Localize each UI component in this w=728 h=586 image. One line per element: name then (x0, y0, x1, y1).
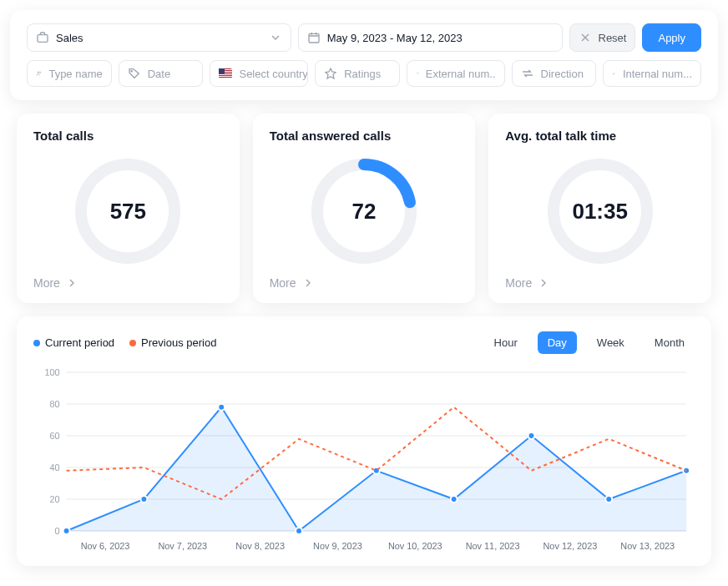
chevron-down-icon (269, 31, 282, 44)
svg-text:0: 0 (55, 526, 60, 536)
svg-text:40: 40 (50, 462, 60, 472)
swap-icon (521, 67, 534, 80)
apply-button[interactable]: Apply (642, 23, 701, 52)
filter-country-placeholder: Select country (239, 68, 307, 80)
svg-marker-5 (326, 68, 336, 78)
filter-date[interactable]: Date (119, 60, 204, 87)
svg-point-37 (605, 496, 612, 503)
chevron-right-icon (301, 276, 315, 290)
filter-name[interactable]: Type name (27, 60, 112, 87)
filter-internal-placeholder: Internal num... (623, 68, 692, 80)
svg-point-35 (451, 496, 458, 503)
toolbar: Sales May 9, 2023 - May 12, 2023 Reset A… (10, 10, 718, 100)
svg-point-30 (63, 528, 70, 534)
svg-point-32 (218, 404, 225, 411)
filter-internal[interactable]: Internal num... (603, 60, 701, 87)
svg-point-4 (131, 71, 132, 72)
more-label: More (270, 276, 296, 290)
card-title: Avg. total talk time (505, 129, 695, 143)
date-range-picker[interactable]: May 9, 2023 - May 12, 2023 (298, 23, 563, 52)
card-talk-time: Avg. total talk time 01:35 More (488, 114, 711, 303)
chart-header: Current period Previous period Hour Day … (33, 331, 695, 354)
svg-text:Nov 7, 2023: Nov 7, 2023 (158, 541, 207, 551)
date-range-label: May 9, 2023 - May 12, 2023 (327, 32, 463, 44)
legend-current: Current period (33, 336, 114, 349)
card-title: Total answered calls (270, 129, 459, 143)
apply-label: Apply (658, 32, 685, 44)
legend-previous: Previous period (129, 336, 216, 349)
toolbar-row-filters: Type name Date Select country Ratings Ex… (27, 60, 701, 87)
svg-text:100: 100 (45, 367, 60, 377)
legend-previous-label: Previous period (141, 336, 216, 349)
card-value: 01:35 (542, 153, 659, 270)
arrow-in-icon (612, 67, 616, 80)
svg-point-2 (38, 72, 39, 73)
legend: Current period Previous period (33, 336, 216, 349)
more-label: More (33, 276, 60, 290)
card-value: 575 (69, 153, 186, 270)
range-hour[interactable]: Hour (484, 331, 528, 354)
more-label: More (505, 276, 532, 290)
range-toggle: Hour Day Week Month (484, 331, 695, 354)
svg-text:Nov 9, 2023: Nov 9, 2023 (313, 541, 362, 551)
svg-rect-0 (38, 35, 48, 43)
filter-date-placeholder: Date (148, 68, 170, 80)
card-answered-calls: Total answered calls 72 More (253, 114, 476, 303)
filter-external[interactable]: External num.. (407, 60, 505, 87)
star-icon (324, 67, 337, 80)
filter-ratings[interactable]: Ratings (315, 60, 400, 87)
svg-text:Nov 10, 2023: Nov 10, 2023 (388, 541, 442, 551)
more-link[interactable]: More (33, 276, 223, 290)
filter-name-placeholder: Type name (48, 68, 102, 80)
svg-point-3 (40, 72, 41, 73)
dot-icon (129, 340, 136, 346)
legend-current-label: Current period (45, 336, 114, 349)
svg-text:Nov 6, 2023: Nov 6, 2023 (81, 541, 130, 551)
svg-point-33 (296, 528, 302, 534)
svg-text:80: 80 (50, 399, 60, 409)
gauge: 575 (33, 153, 223, 270)
line-chart: 020406080100Nov 6, 2023Nov 7, 2023Nov 8,… (33, 364, 695, 556)
briefcase-icon (36, 31, 49, 44)
reset-button[interactable]: Reset (569, 23, 636, 52)
more-link[interactable]: More (270, 276, 459, 290)
svg-text:60: 60 (50, 431, 60, 441)
svg-text:Nov 13, 2023: Nov 13, 2023 (620, 541, 675, 551)
range-day[interactable]: Day (538, 331, 577, 354)
filter-direction[interactable]: Direction (512, 60, 597, 87)
user-icon (36, 67, 42, 80)
reset-label: Reset (599, 32, 627, 44)
dataset-label: Sales (56, 32, 83, 44)
range-month[interactable]: Month (645, 331, 695, 354)
toolbar-row-main: Sales May 9, 2023 - May 12, 2023 Reset A… (27, 23, 701, 52)
svg-point-36 (528, 432, 535, 439)
range-week[interactable]: Week (587, 331, 634, 354)
card-total-calls: Total calls 575 More (17, 114, 240, 303)
chevron-right-icon (65, 276, 78, 290)
svg-rect-1 (309, 33, 319, 43)
dot-icon (33, 340, 40, 346)
card-value: 72 (306, 153, 422, 270)
gauge: 01:35 (505, 153, 695, 270)
filter-external-placeholder: External num.. (426, 68, 496, 80)
stats-cards: Total calls 575 More Total answered call… (0, 110, 728, 316)
gauge: 72 (270, 153, 459, 270)
tag-icon (128, 67, 141, 80)
svg-text:Nov 8, 2023: Nov 8, 2023 (235, 541, 285, 551)
card-title: Total calls (33, 129, 223, 143)
arrow-out-icon (416, 67, 419, 80)
chart-card: Current period Previous period Hour Day … (17, 316, 711, 566)
more-link[interactable]: More (505, 276, 695, 290)
svg-point-31 (140, 496, 147, 503)
svg-text:Nov 12, 2023: Nov 12, 2023 (543, 541, 598, 551)
svg-text:20: 20 (50, 494, 60, 504)
chevron-right-icon (537, 276, 550, 290)
dataset-select[interactable]: Sales (27, 23, 291, 52)
filter-direction-placeholder: Direction (541, 68, 584, 80)
filter-country[interactable]: Select country (210, 60, 308, 87)
svg-text:Nov 11, 2023: Nov 11, 2023 (466, 541, 520, 551)
calendar-icon (307, 31, 321, 44)
filter-ratings-placeholder: Ratings (344, 68, 381, 80)
close-icon (579, 31, 592, 44)
flag-us-icon (219, 68, 232, 78)
